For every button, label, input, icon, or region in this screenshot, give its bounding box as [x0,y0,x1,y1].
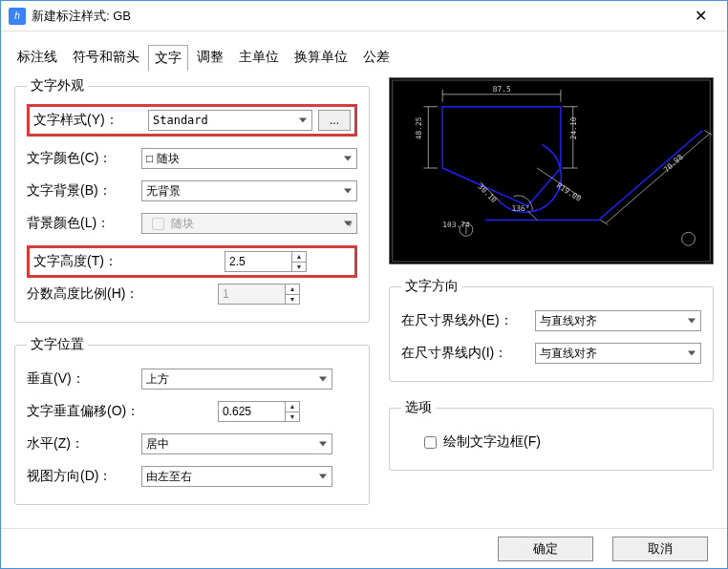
select-viewdir[interactable]: 由左至右 [141,466,332,487]
group-text-appearance: 文字外观 文字样式(Y)： Standard ... 文字颜色(C)： □ 随块 [14,77,370,323]
select-text-bg[interactable]: 无背景 [141,180,357,201]
group-text-direction: 文字方向 在尺寸界线外(E)： 与直线对齐 在尺寸界线内(I)： 与直线对齐 [389,278,714,382]
group-options: 选项 绘制文字边框(F) [389,399,714,471]
check-bg-color [152,218,164,230]
select-dir-inside[interactable]: 与直线对齐 [535,343,701,364]
svg-text:48.25: 48.25 [415,116,423,139]
tab-alt[interactable]: 换算单位 [288,44,354,70]
group-text-position: 文字位置 垂直(V)： 上方 文字垂直偏移(O)： ▲▼ [14,336,370,505]
label-vertical: 垂直(V)： [27,370,141,388]
label-draw-frame: 绘制文字边框(F) [443,433,541,451]
input-offset[interactable] [218,401,285,422]
svg-text:103.74: 103.74 [442,221,470,229]
spin-down-icon[interactable]: ▼ [292,263,306,272]
spinner-frac-height: ▲▼ [218,284,300,305]
select-text-style[interactable]: Standard [148,110,312,131]
tab-symbols[interactable]: 符号和箭头 [66,44,146,70]
app-icon: h [9,8,26,25]
input-text-height[interactable] [225,251,291,272]
label-outside: 在尺寸界线外(E)： [401,312,535,329]
button-text-style-browse[interactable]: ... [318,110,351,131]
spinner-offset[interactable]: ▲▼ [218,401,300,422]
label-text-height: 文字高度(T)： [33,253,225,270]
label-horizontal: 水平(Z)： [27,435,141,453]
select-horizontal[interactable]: 居中 [141,433,332,454]
spin-up-icon: ▲ [286,284,299,295]
label-text-color: 文字颜色(C)： [27,150,141,167]
label-text-bg: 文字背景(B)： [27,182,141,200]
spin-down-icon[interactable]: ▼ [286,412,299,422]
legend-position: 文字位置 [27,336,88,353]
tab-bar: 标注线 符号和箭头 文字 调整 主单位 换算单位 公差 [11,43,727,70]
label-inside: 在尺寸界线内(I)： [401,345,535,362]
spin-up-icon[interactable]: ▲ [292,252,306,263]
ok-button[interactable]: 确定 [498,537,593,561]
dialog-window: h 新建标注样式: GB ✕ 标注线 符号和箭头 文字 调整 主单位 换算单位 … [0,0,728,569]
check-draw-frame[interactable] [424,436,437,449]
legend-options: 选项 [401,399,436,416]
spin-up-icon[interactable]: ▲ [286,402,299,412]
tab-line[interactable]: 标注线 [11,44,64,70]
svg-text:24.10: 24.10 [569,116,578,139]
select-vertical[interactable]: 上方 [141,369,332,390]
tab-fit[interactable]: 调整 [190,44,230,70]
select-dir-outside[interactable]: 与直线对齐 [535,310,701,331]
label-offset: 文字垂直偏移(O)： [27,403,218,420]
cancel-button[interactable]: 取消 [612,537,708,561]
titlebar: h 新建标注样式: GB ✕ [1,1,727,32]
input-frac-height [218,284,285,305]
tab-primary[interactable]: 主单位 [232,44,286,70]
label-frac-height: 分数高度比例(H)： [27,285,218,303]
legend-appearance: 文字外观 [27,77,88,95]
tab-tol[interactable]: 公差 [356,44,396,70]
tab-text[interactable]: 文字 [148,45,188,71]
svg-text:136°: 136° [511,204,529,213]
window-title: 新建标注样式: GB [32,8,681,25]
svg-text:87.5: 87.5 [493,85,511,94]
preview-canvas: 87.5 48.25 24.10 R19.00 30.10 136° 103.7… [389,77,714,264]
select-bg-color: 随块 ▾ [141,213,357,234]
dialog-footer: 确定 取消 [1,528,727,568]
legend-direction: 文字方向 [401,278,462,295]
spin-down-icon: ▼ [286,295,299,305]
label-text-style: 文字样式(Y)： [33,112,148,129]
select-text-color[interactable]: □ 随块 [141,148,357,169]
label-viewdir: 视图方向(D)： [27,468,141,485]
spinner-text-height[interactable]: ▲▼ [225,251,307,272]
close-icon[interactable]: ✕ [681,7,719,25]
svg-rect-0 [393,80,711,262]
label-bg-color: 背景颜色(L)： [27,215,141,232]
